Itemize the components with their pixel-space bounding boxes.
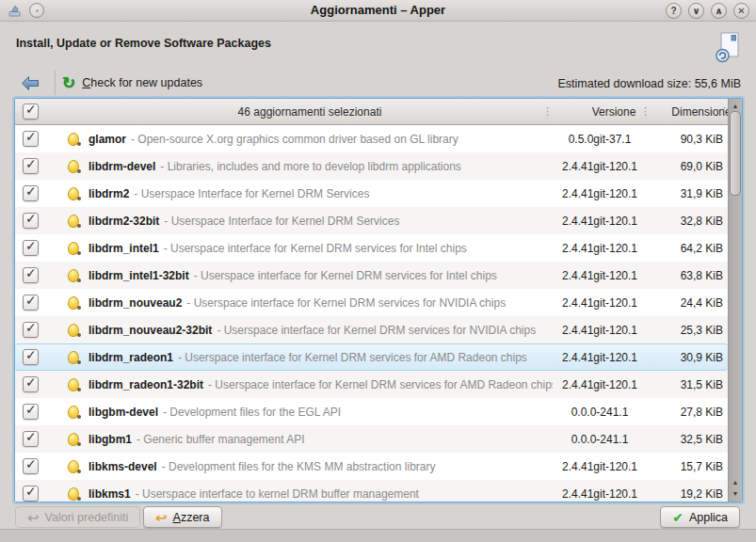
package-version: 2.4.41git-120.1 [553, 296, 647, 310]
package-name: libdrm_intel1-32bit [88, 269, 189, 282]
package-version: 2.4.41git-120.1 [553, 242, 647, 255]
package-name: libdrm_intel1 [88, 242, 159, 255]
package-row[interactable]: ✓ libdrm-devel - Libraries, includes and… [15, 152, 728, 180]
package-update-icon [68, 486, 81, 502]
package-update-icon [68, 377, 81, 392]
package-name: libkms-devel [88, 460, 157, 473]
package-update-icon [68, 241, 81, 256]
package-list: ✓ glamor - Open-source X.org graphics co… [15, 125, 728, 502]
package-size: 27,8 KiB [647, 406, 728, 419]
package-description: - Userspace interface for Kernel DRM ser… [194, 269, 497, 282]
back-button[interactable] [15, 71, 45, 95]
package-description: - Generic buffer management API [137, 433, 305, 446]
package-name: libdrm_nouveau2 [88, 296, 182, 310]
download-size-label: Estimated download size: 55,6 MiB [557, 77, 741, 90]
package-name: libgbm-devel [88, 406, 158, 419]
apper-app-icon [8, 4, 22, 18]
check-icon: ✓ [25, 456, 37, 471]
package-row[interactable]: ✓ libdrm_nouveau2-32bit - Userspace inte… [15, 316, 728, 343]
titlebar: Aggiornamenti – Apper ? ∨ ∧ ✕ [0, 0, 756, 22]
package-version: 2.4.41git-120.1 [553, 487, 647, 501]
check-icon: ✓ [25, 238, 37, 253]
row-checkbox[interactable]: ✓ [23, 376, 39, 392]
package-version: 2.4.41git-120.1 [553, 351, 647, 364]
check-icon: ✓ [25, 375, 37, 390]
check-icon: ✓ [25, 347, 37, 362]
package-name: libdrm_nouveau2-32bit [88, 324, 212, 337]
package-row[interactable]: ✓ libkms1 - Userspace interface to kerne… [15, 480, 728, 502]
package-description: - Open-source X.org graphics common driv… [131, 133, 458, 146]
check-updates-button[interactable]: ↻ Check for new updates [62, 71, 202, 95]
package-update-icon [68, 323, 81, 338]
row-checkbox[interactable]: ✓ [23, 185, 39, 201]
package-size: 15,7 KiB [647, 460, 728, 473]
package-row[interactable]: ✓ libgbm-devel - Development files for t… [15, 398, 728, 425]
package-row[interactable]: ✓ libkms-devel - Development files for t… [15, 453, 728, 480]
scroll-down-icon[interactable]: ▼ [729, 489, 742, 499]
package-update-icon [68, 268, 81, 283]
row-checkbox[interactable]: ✓ [23, 158, 39, 174]
check-icon: ✓ [25, 129, 37, 144]
package-row[interactable]: ✓ libdrm_radeon1-32bit - Userspace inter… [15, 371, 728, 398]
package-size: 32,8 KiB [647, 215, 728, 228]
package-name: glamor [88, 133, 126, 146]
package-description: - Userspace Interface for Kernel DRM Ser… [164, 215, 399, 228]
package-name: libgbm1 [88, 433, 132, 446]
check-icon: ✓ [25, 402, 37, 417]
apply-button[interactable]: ✔ Applica [660, 506, 740, 528]
package-row[interactable]: ✓ libgbm1 - Generic buffer management AP… [15, 425, 728, 453]
row-checkbox[interactable]: ✓ [23, 267, 39, 283]
selection-count-header[interactable]: 46 aggiornamenti selezionati [53, 105, 567, 119]
package-version: 2.4.41git-120.1 [553, 187, 647, 200]
package-version: 0.0.0-241.1 [553, 406, 647, 419]
package-description: - Userspace interface for Kernel DRM ser… [208, 378, 553, 391]
package-row[interactable]: ✓ glamor - Open-source X.org graphics co… [15, 125, 728, 152]
scroll-up-icon[interactable]: ▲ [729, 102, 742, 111]
help-button[interactable]: ? [666, 3, 682, 19]
package-description: - Userspace interface for Kernel DRM ser… [178, 351, 527, 364]
package-update-icon [68, 186, 81, 201]
restore-button[interactable]: ∧ [711, 3, 727, 19]
package-row[interactable]: ✓ libdrm_radeon1 - Userspace interface f… [15, 343, 728, 371]
check-updates-label: Check for new updates [82, 76, 202, 89]
row-checkbox[interactable]: ✓ [23, 240, 39, 256]
close-button[interactable]: ✕ [733, 3, 749, 19]
shade-button[interactable]: ∨ [688, 3, 704, 19]
row-checkbox[interactable]: ✓ [23, 322, 39, 338]
package-row[interactable]: ✓ libdrm2 - Userspace Interface for Kern… [15, 180, 728, 207]
package-name: libdrm_radeon1-32bit [88, 378, 203, 391]
package-version: 2.4.41git-120.1 [553, 378, 647, 391]
scroll-up-icon[interactable]: ▲ [729, 478, 742, 487]
package-row[interactable]: ✓ libdrm_nouveau2 - Userspace interface … [15, 289, 728, 316]
package-row[interactable]: ✓ libdrm_intel1 - Userspace interface fo… [15, 234, 728, 262]
check-icon: ✓ [25, 102, 37, 117]
package-update-icon [68, 132, 81, 147]
undo-icon: ↩ [155, 510, 168, 523]
row-checkbox[interactable]: ✓ [23, 458, 39, 474]
package-update-icon [68, 295, 81, 311]
row-checkbox[interactable]: ✓ [23, 131, 39, 147]
package-size: 19,2 KiB [647, 487, 728, 501]
toolbar-separator [55, 71, 56, 95]
scrollbar-thumb[interactable] [730, 111, 741, 196]
vertical-scrollbar[interactable]: ▲ ▲ ▼ [728, 99, 742, 502]
reset-button[interactable]: ↩ Azzera [143, 506, 222, 528]
window-pin-button[interactable] [29, 3, 44, 18]
package-row[interactable]: ✓ libdrm2-32bit - Userspace Interface fo… [15, 207, 728, 234]
row-checkbox[interactable]: ✓ [23, 349, 39, 365]
select-all-checkbox[interactable]: ✓ [23, 104, 39, 120]
window-bottom-edge [0, 529, 756, 542]
apply-button-label: Applica [689, 511, 728, 524]
package-description: - Userspace interface to kernel DRM buff… [136, 487, 419, 501]
package-row[interactable]: ✓ libdrm_intel1-32bit - Userspace interf… [15, 262, 728, 289]
window-title: Aggiornamenti – Apper [0, 0, 756, 21]
row-checkbox[interactable]: ✓ [23, 295, 39, 311]
package-update-icon [68, 459, 81, 474]
package-description: - Userspace interface for Kernel DRM ser… [217, 324, 536, 337]
check-icon: ✓ [25, 211, 37, 226]
row-checkbox[interactable]: ✓ [23, 213, 39, 229]
row-checkbox[interactable]: ✓ [23, 404, 39, 420]
row-checkbox[interactable]: ✓ [23, 431, 39, 447]
package-size: 24,4 KiB [647, 296, 728, 310]
row-checkbox[interactable]: ✓ [23, 486, 39, 502]
